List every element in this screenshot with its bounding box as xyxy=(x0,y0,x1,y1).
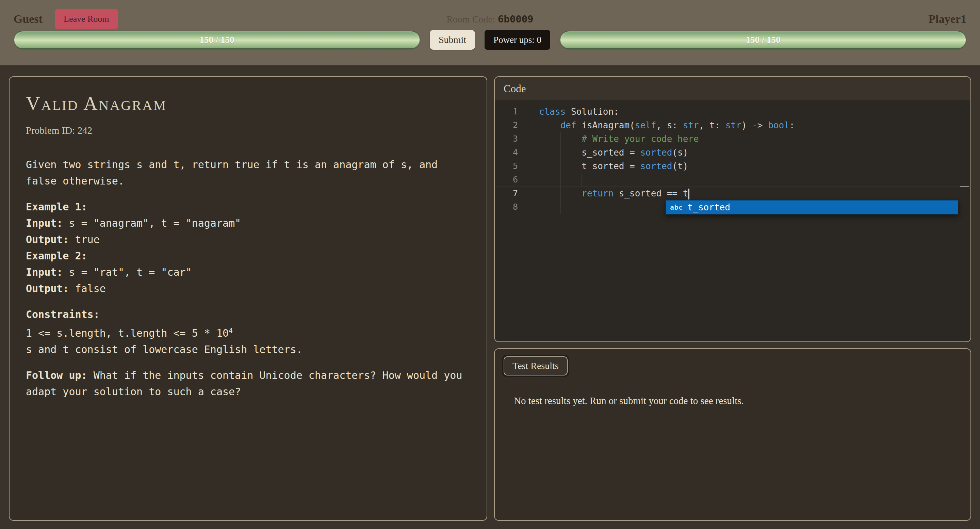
powerups-badge: Power ups: 0 xyxy=(485,30,550,50)
top-header: Guest Leave Room Room Code:6b0009 Player… xyxy=(0,0,980,65)
code-text xyxy=(527,173,970,186)
autocomplete-suggestion[interactable]: t_sorted xyxy=(688,202,730,212)
problem-text-line: s and t consist of lowercase English let… xyxy=(26,341,470,358)
code-text: class Solution: xyxy=(527,105,970,118)
left-hp-text: 150 / 150 xyxy=(200,35,234,45)
indent-guide xyxy=(560,159,561,173)
indent-guide xyxy=(560,132,561,146)
line-number: 1 xyxy=(495,105,527,118)
test-results-panel: Test Results No test results yet. Run or… xyxy=(494,348,971,521)
header-row-bars: 150 / 150 Submit Power ups: 0 150 / 150 xyxy=(14,30,966,50)
line-number: 2 xyxy=(495,118,527,132)
code-panel-title: Code xyxy=(495,77,970,101)
right-hp-bar: 150 / 150 xyxy=(560,31,966,49)
room-code-value: 6b0009 xyxy=(498,13,533,25)
autocomplete-popup[interactable]: abc t_sorted xyxy=(666,200,958,215)
problem-text-line: Example 1: xyxy=(26,199,470,215)
left-player-name: Guest xyxy=(14,13,43,25)
tab-test-results[interactable]: Test Results xyxy=(504,357,568,376)
line-number: 7 xyxy=(495,186,527,200)
right-player-name: Player1 xyxy=(929,13,966,25)
problem-text-line: Output: false xyxy=(26,280,470,297)
problem-text-line: Follow up: What if the inputs contain Un… xyxy=(26,367,470,400)
code-line[interactable]: 5 t_sorted = sorted(t) xyxy=(495,159,970,173)
code-line[interactable]: 2 def isAnagram(self, s: str, t: str) ->… xyxy=(495,118,970,132)
overview-ruler-cursor-marker xyxy=(960,186,969,187)
submit-button[interactable]: Submit xyxy=(430,30,475,50)
blank-line xyxy=(26,297,470,306)
problem-text-line: Constraints: xyxy=(26,306,470,323)
code-text: # Write your code here xyxy=(527,132,970,146)
line-number: 4 xyxy=(495,146,527,159)
indent-guide xyxy=(560,200,561,214)
problem-text-line: Input: s = "anagram", t = "nagaram" xyxy=(26,215,470,231)
problem-text-line: 1 <= s.length, t.length <= 5 * 104 xyxy=(26,323,470,341)
leave-room-button[interactable]: Leave Room xyxy=(55,9,118,29)
line-number: 3 xyxy=(495,132,527,146)
code-text: def isAnagram(self, s: str, t: str) -> b… xyxy=(527,118,970,132)
room-code: Room Code:6b0009 xyxy=(447,13,533,25)
code-text: s_sorted = sorted(s) xyxy=(527,146,970,159)
indent-guide xyxy=(560,173,561,186)
text-cursor xyxy=(688,189,689,199)
code-line[interactable]: 1class Solution: xyxy=(495,105,970,118)
code-lines: 1class Solution:2 def isAnagram(self, s:… xyxy=(495,105,970,214)
problem-text-line: Output: true xyxy=(26,231,470,248)
left-player-group: Guest Leave Room xyxy=(14,9,118,29)
right-column: Code 1class Solution:2 def isAnagram(sel… xyxy=(494,76,971,521)
header-row-players: Guest Leave Room Room Code:6b0009 Player… xyxy=(14,0,966,30)
line-number: 6 xyxy=(495,173,527,186)
problem-title: Valid Anagram xyxy=(26,92,470,115)
right-hp-text: 150 / 150 xyxy=(746,35,780,45)
blank-line xyxy=(26,189,470,199)
main-area: Valid Anagram Problem ID: 242 Given two … xyxy=(0,65,980,529)
code-line[interactable]: 7 return s_sorted == t xyxy=(495,186,970,200)
code-editor[interactable]: 1class Solution:2 def isAnagram(self, s:… xyxy=(495,101,970,341)
room-code-label: Room Code: xyxy=(447,14,495,24)
text-suggestion-icon: abc xyxy=(670,204,682,211)
line-number: 5 xyxy=(495,159,527,173)
indent-guide xyxy=(582,173,582,186)
code-line[interactable]: 4 s_sorted = sorted(s) xyxy=(495,146,970,159)
left-hp-bar: 150 / 150 xyxy=(14,31,420,49)
code-text: t_sorted = sorted(t) xyxy=(527,159,970,173)
problem-text-line: Example 2: xyxy=(26,248,470,264)
code-text: return s_sorted == t xyxy=(527,186,970,200)
line-number: 8 xyxy=(495,200,527,214)
blank-line xyxy=(26,358,470,367)
test-results-empty-message: No test results yet. Run or submit your … xyxy=(514,395,962,406)
problem-id: Problem ID: 242 xyxy=(26,125,470,136)
problem-text-line: Given two strings s and t, return true i… xyxy=(26,156,470,189)
indent-guide xyxy=(560,146,561,159)
problem-body: Given two strings s and t, return true i… xyxy=(26,156,470,400)
indent-guide xyxy=(560,186,561,200)
code-panel: Code 1class Solution:2 def isAnagram(sel… xyxy=(494,76,971,342)
problem-text-line: Input: s = "rat", t = "car" xyxy=(26,264,470,280)
code-line[interactable]: 6 xyxy=(495,173,970,186)
problem-panel: Valid Anagram Problem ID: 242 Given two … xyxy=(9,76,487,521)
code-line[interactable]: 3 # Write your code here xyxy=(495,132,970,146)
